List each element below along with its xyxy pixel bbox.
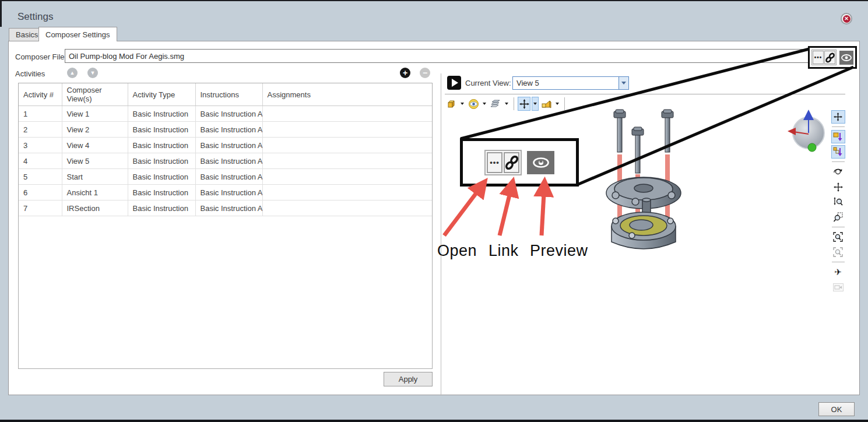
layers-icon <box>490 99 501 108</box>
pan-icon <box>834 182 843 192</box>
eye-sphere-icon <box>468 99 479 110</box>
annotation-open: Open <box>437 242 477 260</box>
orbit-button[interactable] <box>831 165 845 178</box>
callout-zoom-box: ••• <box>460 138 579 187</box>
table-cell: 7 <box>19 201 62 216</box>
play-button[interactable] <box>447 76 461 90</box>
move-mode-dropdown[interactable] <box>532 97 539 111</box>
table-cell <box>262 169 432 185</box>
table-cell <box>262 138 432 153</box>
render-mode-dropdown[interactable] <box>459 97 466 111</box>
dropdown-arrow-button[interactable] <box>619 77 628 89</box>
pan-button[interactable] <box>831 180 845 194</box>
tab-composer-settings[interactable]: Composer Settings <box>38 27 117 41</box>
table-cell: 5 <box>19 169 62 185</box>
table-cell: 6 <box>19 185 62 201</box>
fly-through-button[interactable]: ✈ <box>831 265 845 279</box>
layers-dropdown[interactable] <box>503 97 510 111</box>
axis-left-arrow <box>788 128 796 135</box>
table-cell: Basic Instruction A... <box>195 122 262 138</box>
table-cell: 1 <box>19 106 62 122</box>
move-mode-button[interactable] <box>518 97 530 111</box>
composer-file-input[interactable] <box>65 49 809 63</box>
navigation-sphere[interactable] <box>788 108 826 153</box>
table-cell: View 1 <box>62 106 128 122</box>
table-cell: Basic Instruction <box>128 138 195 153</box>
toolbar-end-separator <box>564 97 565 110</box>
oil-pump-3d-model[interactable] <box>598 107 691 255</box>
layers-button[interactable] <box>489 97 502 111</box>
table-cell: Basic Instruction <box>128 185 195 201</box>
visibility-dropdown[interactable] <box>481 97 488 111</box>
move-activity-down-button[interactable]: ▼ <box>87 68 98 78</box>
viewport-toolbar: ✈ <box>831 110 845 294</box>
table-row[interactable]: 1View 1Basic InstructionBasic Instructio… <box>19 106 432 122</box>
chain-link-icon <box>505 155 518 170</box>
current-view-label: Current View: <box>465 79 511 87</box>
open-link-group-magnified: ••• <box>484 150 522 175</box>
table-row[interactable]: 4View 5Basic InstructionBasic Instructio… <box>19 153 432 169</box>
table-row[interactable]: 3View 4Basic InstructionBasic Instructio… <box>19 138 432 153</box>
add-activity-button[interactable]: + <box>400 68 410 78</box>
transform-dropdown[interactable] <box>554 97 561 111</box>
table-cell <box>262 201 432 216</box>
window-border-top <box>0 0 868 1</box>
video-camera-icon <box>833 283 844 291</box>
eye-icon <box>841 54 852 61</box>
render-mode-button[interactable] <box>445 97 458 111</box>
table-row[interactable]: 2View 2Basic InstructionBasic Instructio… <box>19 122 432 138</box>
table-cell <box>262 153 432 169</box>
activities-table[interactable]: Activity #Composer View(s)Activity TypeI… <box>18 83 433 369</box>
ellipsis-icon: ••• <box>490 161 500 164</box>
fit-selection-button-disabled[interactable] <box>831 245 845 259</box>
table-row[interactable]: 7IRSectionBasic InstructionBasic Instruc… <box>19 201 432 216</box>
preview-button-magnified[interactable] <box>527 151 554 174</box>
table-cell: Basic Instruction A... <box>195 138 262 153</box>
remove-activity-button[interactable]: − <box>420 68 430 78</box>
ellipsis-icon: ••• <box>814 55 823 60</box>
transform-button[interactable] <box>540 97 553 111</box>
table-row[interactable]: 5StartBasic InstructionBasic Instruction… <box>19 169 432 185</box>
wedge-icon <box>541 99 551 109</box>
window-border-left <box>0 0 2 27</box>
toolbar-separator <box>832 126 845 127</box>
close-button[interactable]: ✕ <box>841 13 852 24</box>
link-file-button-magnified[interactable] <box>504 152 519 173</box>
apply-button[interactable]: Apply <box>384 372 433 386</box>
translate-part-button[interactable] <box>831 130 845 143</box>
link-file-button[interactable] <box>824 51 835 64</box>
zoom-area-button[interactable] <box>831 210 845 224</box>
chain-link-icon <box>825 52 835 63</box>
composer-file-toolbar: ••• <box>808 46 857 69</box>
move-activity-up-button[interactable]: ▲ <box>67 68 78 78</box>
column-header: Activity # <box>19 83 62 106</box>
open-file-button[interactable]: ••• <box>813 51 824 64</box>
preview-button[interactable] <box>839 51 853 65</box>
current-view-dropdown[interactable]: View 5 <box>512 76 629 90</box>
fit-view-button[interactable] <box>831 230 845 244</box>
table-cell: Basic Instruction A... <box>195 201 262 216</box>
viewer-separator <box>445 94 845 94</box>
table-cell: Basic Instruction <box>128 201 195 216</box>
column-header: Instructions <box>195 83 262 106</box>
column-header: Assignments <box>262 83 432 106</box>
visibility-button[interactable] <box>467 97 480 111</box>
table-row[interactable]: 6Ansicht 1Basic InstructionBasic Instruc… <box>19 185 432 201</box>
open-link-group: ••• <box>811 50 837 65</box>
table-cell <box>262 106 432 122</box>
tab-basics-label: Basics <box>16 30 38 39</box>
move-mode-button-2[interactable] <box>831 110 845 124</box>
table-cell: View 4 <box>62 138 128 153</box>
cube-arrow-icon <box>833 132 843 142</box>
open-file-button-magnified[interactable]: ••• <box>487 152 502 173</box>
zoom-button[interactable] <box>831 195 845 209</box>
table-cell: View 5 <box>62 153 128 169</box>
ok-button[interactable]: OK <box>818 402 855 416</box>
translate-selection-button[interactable] <box>831 145 845 159</box>
annotation-link: Link <box>489 242 519 260</box>
table-cell: View 2 <box>62 122 128 138</box>
chevron-down-icon <box>621 82 626 85</box>
squares-arrow-icon <box>833 147 843 157</box>
table-cell: Basic Instruction A... <box>195 153 262 169</box>
camera-button[interactable] <box>831 280 845 294</box>
